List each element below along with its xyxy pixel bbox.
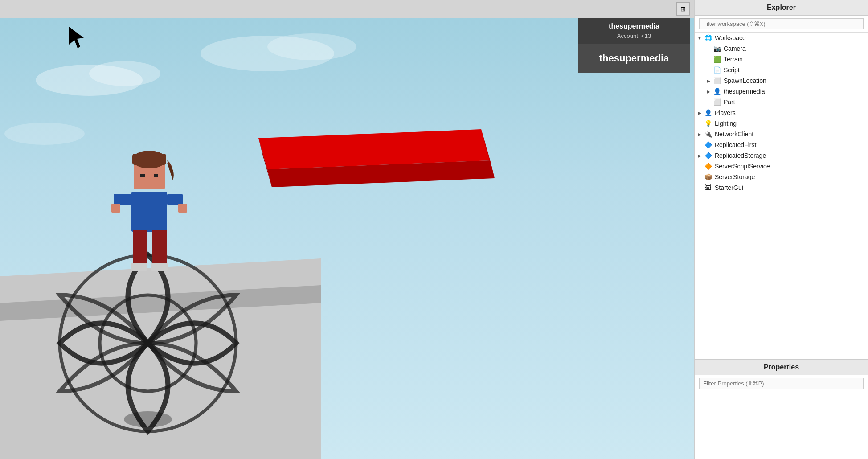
explorer-tree[interactable]: 🌐Workspace📷Camera🟩Terrain📄Script⬜SpawnLo… xyxy=(695,33,868,359)
tree-arrow-networkclient[interactable] xyxy=(696,131,703,137)
svg-rect-21 xyxy=(154,174,158,177)
tree-item-serverstorage[interactable]: 📦ServerStorage xyxy=(695,172,868,182)
server-icon: 🔶 xyxy=(704,162,712,171)
tree-label-players: Players xyxy=(715,109,736,116)
tree-item-serverscriptservice[interactable]: 🔶ServerScriptService xyxy=(695,161,868,172)
properties-content xyxy=(695,392,868,459)
tree-item-part[interactable]: ⬜Part xyxy=(695,97,868,107)
tree-label-script: Script xyxy=(724,66,740,74)
svg-rect-27 xyxy=(167,194,183,205)
tree-label-serverscriptservice: ServerScriptService xyxy=(715,163,770,170)
tree-arrow-workspace[interactable] xyxy=(696,35,703,41)
top-bar-icon[interactable]: ⊞ xyxy=(676,2,690,16)
tree-label-networkclient: NetworkClient xyxy=(715,131,753,138)
tree-label-serverstorage: ServerStorage xyxy=(715,173,755,180)
tree-arrow-players[interactable] xyxy=(696,110,703,116)
tree-item-startergui[interactable]: 🖼StarterGui xyxy=(695,182,868,193)
viewport[interactable]: ⊞ thesupermedia Account: <13 thesupermed… xyxy=(0,0,694,459)
tree-label-spawnlocation: SpawnLocation xyxy=(724,77,766,84)
tree-item-replicatedstorage[interactable]: 🔷ReplicatedStorage xyxy=(695,150,868,161)
svg-rect-22 xyxy=(133,230,147,265)
explorer-title: Explorer xyxy=(695,0,868,16)
svg-rect-20 xyxy=(140,174,145,177)
user-popup-username: thesupermedia xyxy=(578,18,690,33)
properties-title: Properties xyxy=(695,359,868,375)
tree-item-camera[interactable]: 📷Camera xyxy=(695,43,868,54)
filter-workspace-input[interactable] xyxy=(699,18,864,29)
tree-label-startergui: StarterGui xyxy=(715,184,743,191)
tree-label-part: Part xyxy=(724,98,735,106)
svg-point-5 xyxy=(4,123,85,145)
tree-arrow-replicatedstorage[interactable] xyxy=(696,152,703,159)
terrain-icon: 🟩 xyxy=(712,55,721,64)
tree-label-replicatedfirst: ReplicatedFirst xyxy=(715,141,756,148)
tree-item-script[interactable]: 📄Script xyxy=(695,65,868,75)
filter-properties-input[interactable] xyxy=(699,378,864,389)
tree-item-terrain[interactable]: 🟩Terrain xyxy=(695,54,868,65)
user-popup: thesupermedia Account: <13 thesupermedia xyxy=(578,18,690,73)
tree-label-thesupermedia: thesupermedia xyxy=(724,88,765,95)
svg-rect-28 xyxy=(111,204,120,213)
svg-rect-16 xyxy=(131,192,167,232)
player-icon: 👤 xyxy=(704,108,712,117)
tree-item-spawnlocation[interactable]: ⬜SpawnLocation xyxy=(695,75,868,86)
storage-icon: 📦 xyxy=(704,172,712,181)
tree-label-lighting: Lighting xyxy=(715,120,737,127)
replicated-icon: 🔷 xyxy=(704,140,712,149)
svg-rect-19 xyxy=(132,154,166,165)
svg-point-2 xyxy=(89,61,160,86)
svg-rect-26 xyxy=(114,194,131,205)
globe-icon: 🌐 xyxy=(704,33,712,42)
tree-item-replicatedfirst[interactable]: 🔷ReplicatedFirst xyxy=(695,139,868,150)
svg-point-11 xyxy=(124,411,172,427)
top-bar: ⊞ xyxy=(0,0,694,18)
replicated-icon: 🔷 xyxy=(704,151,712,160)
tree-item-players[interactable]: 👤Players xyxy=(695,107,868,118)
network-icon: 🔌 xyxy=(704,130,712,139)
user-popup-account: Account: <13 xyxy=(578,33,690,41)
gui-icon: 🖼 xyxy=(704,183,712,192)
script-icon: 📄 xyxy=(712,66,721,74)
svg-rect-24 xyxy=(131,263,147,271)
lighting-icon: 💡 xyxy=(704,119,712,128)
svg-point-4 xyxy=(267,33,356,60)
tree-item-thesupermedia[interactable]: 👤thesupermedia xyxy=(695,86,868,97)
grid-icon: ⊞ xyxy=(680,5,686,12)
tree-arrow-thesupermedia[interactable] xyxy=(705,88,712,94)
tree-item-lighting[interactable]: 💡Lighting xyxy=(695,118,868,129)
tree-item-workspace[interactable]: 🌐Workspace xyxy=(695,33,868,43)
filter-properties-container xyxy=(695,375,868,392)
tree-arrow-spawnlocation[interactable] xyxy=(705,78,712,84)
tree-label-replicatedstorage: ReplicatedStorage xyxy=(715,152,766,159)
tree-label-terrain: Terrain xyxy=(724,56,743,63)
part-icon: ⬜ xyxy=(712,98,721,107)
tree-label-workspace: Workspace xyxy=(715,34,746,41)
camera-icon: 📷 xyxy=(712,44,721,53)
spawn-icon: ⬜ xyxy=(712,76,721,85)
right-panel: Explorer 🌐Workspace📷Camera🟩Terrain📄Scrip… xyxy=(694,0,868,459)
player-icon: 👤 xyxy=(712,87,721,96)
user-popup-display-name: thesupermedia xyxy=(578,44,690,73)
svg-rect-29 xyxy=(178,204,187,213)
tree-item-networkclient[interactable]: 🔌NetworkClient xyxy=(695,129,868,139)
svg-rect-25 xyxy=(151,263,168,271)
filter-workspace-container xyxy=(695,16,868,33)
tree-label-camera: Camera xyxy=(724,45,746,52)
svg-rect-23 xyxy=(152,230,167,265)
